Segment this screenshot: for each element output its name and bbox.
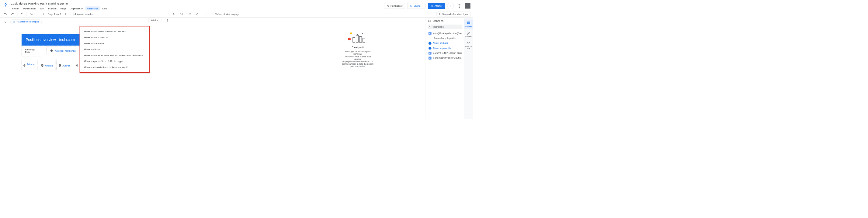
data-source-rankings[interactable]: ▸[demo] Rankings Overview (Google ... [428, 31, 462, 36]
svg-point-21 [167, 20, 168, 20]
data-source-top10[interactable]: ▸[demo] % In TOP 10 Chart (Google ... [428, 51, 462, 56]
filter-icon [4, 20, 7, 23]
menu-insert[interactable]: Insertion [46, 6, 58, 10]
svg-rect-11 [74, 13, 76, 15]
auth-card-2[interactable]: Autorise [39, 59, 55, 72]
authorize-box[interactable]: Autoriser maintenant [46, 47, 80, 55]
data-panel-title: Données [428, 20, 462, 23]
menu-page[interactable]: Page [59, 6, 67, 10]
select-tool[interactable] [20, 11, 25, 16]
redo-button[interactable] [10, 11, 16, 16]
document-title[interactable]: Copie de SE Ranking Rank Tracking Demo [11, 1, 382, 6]
eye-icon [430, 5, 433, 8]
add-param-button[interactable]: +Ajouter un paramètre [428, 45, 462, 50]
reset-button[interactable]: Réinitialiser [384, 3, 405, 9]
filter-icon-button[interactable] [3, 19, 8, 24]
svg-point-4 [431, 5, 432, 6]
svg-point-22 [167, 20, 168, 21]
undo-icon [386, 5, 389, 7]
embed-tool[interactable] [172, 11, 177, 16]
undo-icon [4, 12, 7, 15]
svg-point-20 [14, 22, 14, 23]
svg-point-18 [13, 21, 14, 21]
data-search-input[interactable]: Rechercher [428, 25, 462, 29]
menu-combinations[interactable]: Gérer les combinaisons [80, 34, 149, 40]
canvas-more-button[interactable] [165, 17, 170, 23]
authorize-link[interactable]: Autoriser maintenant [55, 49, 76, 52]
svg-rect-17 [440, 13, 440, 14]
rail-properties[interactable]: Propriétés [464, 30, 473, 39]
svg-point-7 [450, 7, 451, 7]
add-quick-filter-button[interactable]: + Ajouter un filtre rapide [10, 19, 42, 24]
initialize-chip[interactable]: initialiser [148, 17, 162, 23]
svg-point-10 [31, 13, 32, 14]
svg-rect-40 [467, 23, 470, 23]
more-vert-icon [166, 19, 169, 22]
svg-point-26 [362, 33, 363, 34]
person-add-icon [410, 5, 412, 7]
prev-page-button[interactable] [41, 11, 47, 16]
auth-card-1[interactable]: Autoriser ... [21, 59, 38, 72]
display-button[interactable]: Afficher [428, 3, 445, 9]
svg-point-13 [181, 13, 181, 14]
auth-card-3[interactable]: Autorise [56, 59, 73, 72]
menu-view[interactable]: Vue [38, 6, 45, 10]
shield-icon [23, 64, 26, 67]
code-icon [173, 12, 176, 15]
svg-point-5 [450, 5, 451, 5]
menu-community-viz[interactable]: Gérer les visualisations de la communaut… [80, 64, 149, 70]
more-options-button[interactable] [447, 3, 454, 9]
rail-filter-bar[interactable]: Barre de filtre [464, 40, 473, 51]
pause-updates-button[interactable]: Suspendre les mises à jour [436, 11, 470, 16]
line-icon [195, 12, 198, 15]
image-icon [180, 12, 183, 15]
cursor-icon [21, 12, 23, 15]
rail-data[interactable]: Données [464, 20, 473, 29]
image-tool[interactable] [179, 11, 186, 16]
menu-edit[interactable]: Modification [22, 6, 37, 10]
data-panel: Données Rechercher ▸[demo] Rankings Over… [426, 17, 464, 119]
theme-layout-button[interactable]: Thème et mise en page [215, 12, 239, 15]
menu-help[interactable]: Aide [100, 6, 108, 10]
right-rail: Données Propriétés Barre de filtre [464, 17, 473, 119]
svg-point-1 [5, 3, 6, 4]
menu-url-params[interactable]: Gérer les paramètres d'URL du rapport [80, 58, 149, 64]
data-source-visibility[interactable]: ▸[demo] Search Visibility Chart (Goo... [428, 56, 462, 61]
add-data-button[interactable]: Ajouter des don [72, 11, 95, 16]
svg-point-25 [350, 33, 352, 34]
menu-resource[interactable]: Ressource [86, 6, 100, 10]
get-started-panel: C'est parti Faites glisser un champ du p… [338, 26, 378, 71]
svg-point-38 [429, 26, 431, 27]
shape-tool[interactable] [203, 11, 211, 16]
pencil-icon [467, 31, 470, 35]
user-avatar[interactable] [465, 3, 470, 8]
menu-organize[interactable]: Organisation [68, 6, 85, 10]
app-logo[interactable] [3, 2, 9, 8]
shield-icon [58, 64, 61, 67]
menu-new-sources[interactable]: Gérer les nouvelles sources de données [80, 29, 149, 35]
add-field-button[interactable]: +Ajouter un champ [428, 41, 462, 45]
menu-file[interactable]: Fichier [11, 6, 21, 10]
svg-rect-27 [353, 37, 355, 42]
svg-rect-30 [363, 38, 365, 42]
help-icon [458, 4, 461, 8]
menu-colors[interactable]: Gérer les couleurs associées aux valeurs… [80, 52, 149, 58]
menu-segments[interactable]: Gérer les segments [80, 40, 149, 46]
menu-filters[interactable]: Gérer les filtres [80, 46, 149, 52]
svg-point-6 [450, 6, 451, 6]
undo-button[interactable] [3, 11, 8, 16]
tune-icon [13, 21, 15, 23]
rankings-data-label[interactable]: Rankings Data [22, 45, 43, 56]
chevron-down-icon [34, 13, 35, 14]
share-button[interactable]: Share [407, 3, 426, 9]
redo-icon [11, 12, 14, 15]
svg-rect-16 [439, 13, 439, 14]
help-button[interactable] [456, 3, 463, 9]
zoom-tool[interactable] [29, 11, 37, 16]
text-tool[interactable] [187, 11, 193, 16]
line-tool[interactable] [194, 11, 202, 16]
data-source-icon [428, 20, 431, 23]
svg-rect-29 [360, 36, 362, 42]
svg-rect-35 [428, 21, 431, 22]
next-page-button[interactable] [62, 11, 68, 16]
